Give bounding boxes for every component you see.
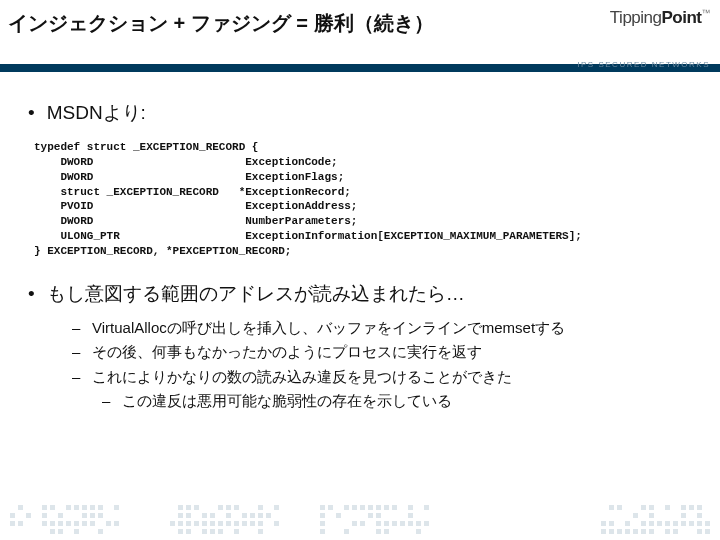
footer-decoration bbox=[0, 490, 720, 540]
logo-text-light: Tipping bbox=[610, 8, 662, 27]
dot-pattern-icon bbox=[320, 505, 429, 534]
sub-bullet-list: – VirtualAllocの呼び出しを挿入し、バッファをインラインでmemse… bbox=[72, 317, 700, 413]
dash-icon: – bbox=[72, 366, 84, 389]
sub-sub-item-exploitable: – この違反は悪用可能な脆弱性の存在を示している bbox=[102, 390, 700, 413]
sub-item-violations-found: – これによりかなりの数の読み込み違反を見つけることができた bbox=[72, 366, 700, 389]
sub-item-return-process: – その後、何事もなかったかのようにプロセスに実行を返す bbox=[72, 341, 700, 364]
dash-icon: – bbox=[72, 317, 84, 340]
code-block-exception-record: typedef struct _EXCEPTION_RECORD { DWORD… bbox=[34, 140, 700, 259]
bullet-msdn: • MSDNより: bbox=[28, 100, 700, 126]
logo-trademark: ™ bbox=[702, 8, 711, 18]
dot-pattern-icon bbox=[601, 505, 710, 534]
sub-item-text: VirtualAllocの呼び出しを挿入し、バッファをインラインでmemsetす… bbox=[92, 317, 565, 340]
bullet-msdn-label: MSDNより: bbox=[47, 100, 146, 126]
brand-logo: TippingPoint™ bbox=[610, 8, 710, 28]
sub-item-text: これによりかなりの数の読み込み違反を見つけることができた bbox=[92, 366, 512, 389]
sub-item-virtualalloc: – VirtualAllocの呼び出しを挿入し、バッファをインラインでmemse… bbox=[72, 317, 700, 340]
dash-icon: – bbox=[102, 390, 114, 413]
dash-icon: – bbox=[72, 341, 84, 364]
sub-sub-item-text: この違反は悪用可能な脆弱性の存在を示している bbox=[122, 390, 452, 413]
bullet-dot-icon: • bbox=[28, 102, 35, 124]
dot-pattern-icon bbox=[10, 505, 119, 534]
slide-content: • MSDNより: typedef struct _EXCEPTION_RECO… bbox=[0, 72, 720, 413]
bullet-if-address: • もし意図する範囲のアドレスが読み込まれたら… bbox=[28, 281, 700, 307]
bullet-dot-icon: • bbox=[28, 283, 35, 305]
bullet-if-address-label: もし意図する範囲のアドレスが読み込まれたら… bbox=[47, 281, 465, 307]
brand-tagline: IPS SECURED NETWORKS bbox=[577, 60, 720, 69]
dot-pattern-icon bbox=[170, 505, 279, 534]
logo-text-bold: Point bbox=[662, 8, 702, 27]
sub-item-text: その後、何事もなかったかのようにプロセスに実行を返す bbox=[92, 341, 482, 364]
slide-header: インジェクション + ファジング = 勝利（続き） TippingPoint™ … bbox=[0, 0, 720, 72]
